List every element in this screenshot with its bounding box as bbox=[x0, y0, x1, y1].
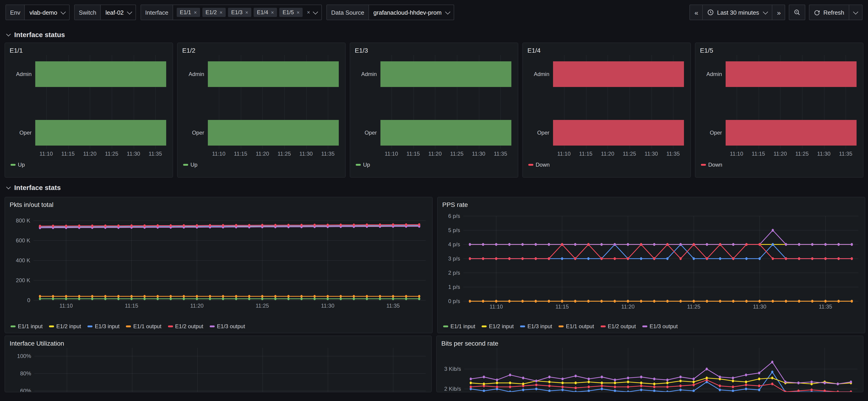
status-chart[interactable]: Admin Oper 11:1011:1511:2011:2511:3011:3… bbox=[700, 55, 858, 159]
x-tick-label: 11:25 bbox=[623, 151, 636, 157]
remove-chip-icon[interactable]: × bbox=[271, 10, 274, 15]
row-label-oper: Oper bbox=[10, 129, 32, 136]
legend-item[interactable]: Up bbox=[356, 162, 370, 168]
legend-swatch-icon bbox=[88, 326, 92, 327]
remove-chip-icon[interactable]: × bbox=[194, 10, 197, 15]
x-tick-label: 11:15 bbox=[752, 151, 765, 157]
legend-item[interactable]: Down bbox=[528, 162, 550, 168]
bits-chart[interactable]: 3 Kib/s2 Kib/s bbox=[441, 348, 859, 392]
remove-chip-icon[interactable]: × bbox=[219, 10, 222, 15]
env-variable-select[interactable]: Env vlab-demo bbox=[5, 5, 70, 20]
legend-swatch-icon bbox=[701, 164, 706, 166]
x-tick-label: 11:35 bbox=[149, 151, 162, 157]
section-title: Interface stats bbox=[14, 184, 61, 191]
time-shift-forward-button[interactable]: » bbox=[772, 5, 785, 20]
pps-chart[interactable]: 6 p/s5 p/s4 p/s3 p/s2 p/s1 p/s0 p/s11:10… bbox=[442, 209, 860, 319]
legend-item[interactable]: Down bbox=[701, 162, 722, 168]
legend-item[interactable]: E1/1 output bbox=[126, 323, 161, 330]
panel-title[interactable]: PPS rate bbox=[442, 200, 860, 209]
legend-item[interactable]: E1/3 output bbox=[210, 323, 245, 330]
legend-item[interactable]: E1/1 output bbox=[559, 323, 594, 330]
section-title: Interface status bbox=[14, 31, 65, 38]
legend-item[interactable]: E1/3 input bbox=[88, 323, 120, 330]
row-label-admin: Admin bbox=[700, 71, 722, 78]
row-label-admin: Admin bbox=[355, 71, 377, 78]
svg-text:3 Kib/s: 3 Kib/s bbox=[444, 366, 461, 372]
legend-item[interactable]: E1/3 input bbox=[520, 323, 552, 330]
panel-title[interactable]: Interface Utilization bbox=[10, 339, 427, 348]
chevron-down-icon bbox=[445, 9, 450, 14]
x-tick-label: 11:15 bbox=[234, 151, 247, 157]
pkts-chart[interactable]: 800 K600 K400 K200 K011:1011:1511:2011:2… bbox=[10, 209, 428, 319]
interface-chip[interactable]: E1/4× bbox=[254, 8, 277, 17]
admin-state-bar bbox=[208, 61, 339, 87]
switch-variable-select[interactable]: Switch leaf-02 bbox=[74, 5, 136, 20]
x-tick-label: 11:35 bbox=[839, 151, 852, 157]
panel-title[interactable]: E1/1 bbox=[10, 46, 168, 55]
x-tick-label: 11:25 bbox=[105, 151, 118, 157]
panel-title[interactable]: E1/5 bbox=[700, 46, 858, 55]
panel-legend: E1/1 inputE1/2 inputE1/3 inputE1/1 outpu… bbox=[10, 323, 428, 330]
panel-title[interactable]: E1/3 bbox=[355, 46, 513, 55]
svg-text:200 K: 200 K bbox=[16, 277, 30, 283]
legend-swatch-icon bbox=[183, 164, 188, 166]
x-tick-label: 11:10 bbox=[39, 151, 53, 157]
clear-all-icon[interactable]: × bbox=[305, 9, 312, 16]
switch-label: Switch bbox=[74, 5, 101, 20]
panel-title[interactable]: E1/2 bbox=[182, 46, 341, 55]
interface-chip[interactable]: E1/1× bbox=[177, 8, 200, 17]
status-chart[interactable]: Admin Oper 11:1011:1511:2011:2511:3011:3… bbox=[182, 55, 341, 159]
svg-text:5 p/s: 5 p/s bbox=[448, 227, 460, 233]
remove-chip-icon[interactable]: × bbox=[297, 10, 300, 15]
legend-swatch-icon bbox=[520, 326, 525, 327]
legend-swatch-icon bbox=[10, 164, 16, 166]
switch-value[interactable]: leaf-02 bbox=[101, 9, 127, 16]
env-value[interactable]: vlab-demo bbox=[25, 9, 60, 16]
interface-chip[interactable]: E1/2× bbox=[203, 8, 226, 17]
svg-text:3 p/s: 3 p/s bbox=[448, 255, 460, 261]
remove-chip-icon[interactable]: × bbox=[245, 10, 248, 15]
legend-item[interactable]: Up bbox=[183, 162, 197, 168]
legend-item[interactable]: Up bbox=[10, 162, 25, 168]
legend-item[interactable]: E1/1 input bbox=[10, 323, 42, 330]
legend-swatch-icon bbox=[528, 164, 533, 166]
legend-item[interactable]: E1/2 output bbox=[168, 323, 203, 330]
legend-item[interactable]: E1/2 output bbox=[600, 323, 636, 330]
time-axis: 11:1011:1511:2011:2511:3011:35 bbox=[35, 151, 166, 158]
section-interface-status[interactable]: Interface status bbox=[7, 31, 868, 38]
refresh-interval-button[interactable] bbox=[849, 5, 862, 20]
utilization-chart[interactable]: 100%80%60% bbox=[10, 348, 428, 392]
legend-item[interactable]: E1/1 input bbox=[443, 323, 475, 330]
status-panel-row: E1/1 Admin Oper 11:1011:1511:2011:2511:3… bbox=[5, 42, 863, 178]
legend-item[interactable]: E1/3 output bbox=[642, 323, 678, 330]
status-chart[interactable]: Admin Oper 11:1011:1511:2011:2511:3011:3… bbox=[527, 55, 686, 159]
zoom-out-button[interactable] bbox=[789, 5, 805, 20]
svg-text:11:20: 11:20 bbox=[621, 304, 634, 310]
svg-text:11:30: 11:30 bbox=[753, 304, 766, 310]
panel-legend: Up bbox=[10, 161, 168, 168]
legend-item[interactable]: E1/2 input bbox=[49, 323, 81, 330]
refresh-group: Refresh bbox=[809, 5, 863, 20]
refresh-button[interactable]: Refresh bbox=[810, 5, 849, 20]
datasource-variable-select[interactable]: Data Source grafanacloud-hhdev-prom bbox=[327, 5, 454, 20]
section-interface-stats[interactable]: Interface stats bbox=[7, 184, 868, 191]
time-range-picker[interactable]: Last 30 minutes bbox=[703, 5, 772, 20]
svg-text:11:10: 11:10 bbox=[490, 304, 503, 310]
panel-title[interactable]: Bits per second rate bbox=[441, 339, 858, 348]
legend-swatch-icon bbox=[600, 326, 606, 327]
interface-chip[interactable]: E1/3× bbox=[228, 8, 251, 17]
admin-state-bar bbox=[553, 61, 684, 87]
legend-item[interactable]: E1/2 input bbox=[482, 323, 514, 330]
collapse-chevron-icon bbox=[6, 32, 11, 36]
interface-variable-select[interactable]: Interface E1/1×E1/2×E1/3×E1/4×E1/5× × bbox=[141, 5, 322, 20]
status-chart[interactable]: Admin Oper 11:1011:1511:2011:2511:3011:3… bbox=[355, 55, 513, 159]
time-shift-back-button[interactable]: « bbox=[690, 5, 703, 20]
interface-chip[interactable]: E1/5× bbox=[279, 8, 303, 17]
datasource-value[interactable]: grafanacloud-hhdev-prom bbox=[369, 9, 444, 16]
x-tick-label: 11:35 bbox=[321, 151, 334, 157]
panel-title[interactable]: E1/4 bbox=[527, 46, 686, 55]
admin-state-bar bbox=[380, 61, 512, 87]
panel-title[interactable]: Pkts in/out total bbox=[10, 200, 428, 209]
status-chart[interactable]: Admin Oper 11:1011:1511:2011:2511:3011:3… bbox=[10, 55, 168, 159]
panel-pps-rate: PPS rate 6 p/s5 p/s4 p/s3 p/s2 p/s1 p/s0… bbox=[437, 197, 865, 333]
